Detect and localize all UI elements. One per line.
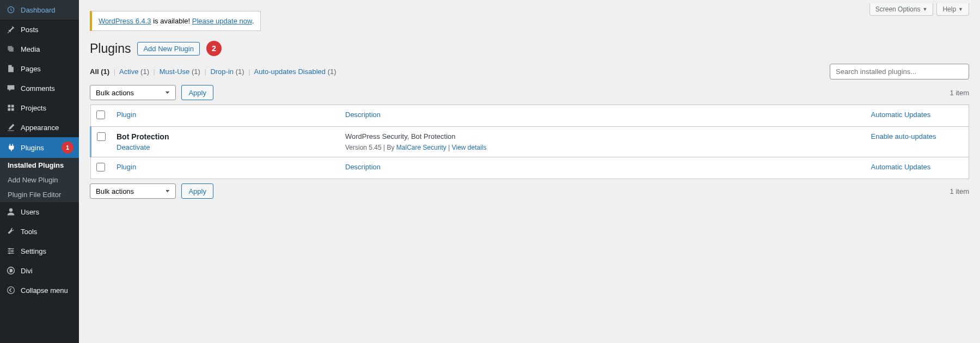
tablenav-top: Bulk actions Apply 1 item	[90, 85, 969, 100]
help-label: Help	[942, 5, 956, 13]
plugin-desc-cell: WordPress Security, Bot Protection Versi…	[340, 127, 866, 157]
sidebar-label: Projects	[21, 104, 46, 112]
update-now-link[interactable]: Please update now	[192, 17, 252, 25]
sidebar-label: Comments	[21, 84, 55, 93]
submenu-file-editor[interactable]: Plugin File Editor	[0, 187, 79, 202]
wrench-icon	[5, 226, 16, 237]
plugin-name-cell: Bot Protection Deactivate	[111, 127, 340, 157]
main-content: Screen Options ▼ Help ▼ WordPress 6.4.3 …	[79, 0, 980, 343]
sidebar-label: Dashboard	[21, 6, 56, 14]
chevron-down-icon: ▼	[958, 7, 963, 12]
filter-auto-disabled[interactable]: Auto-updates Disabled (1)	[254, 68, 336, 76]
screen-options-label: Screen Options	[875, 5, 921, 13]
col-plugin-footer[interactable]: Plugin	[111, 157, 340, 179]
view-details-link[interactable]: View details	[452, 144, 487, 151]
plugins-submenu: Installed Plugins Add New Plugin Plugin …	[0, 158, 79, 202]
bulk-actions-top: Bulk actions Apply	[90, 85, 213, 100]
projects-icon	[5, 102, 16, 113]
help-button[interactable]: Help ▼	[936, 3, 969, 16]
bulk-actions-select[interactable]: Bulk actions	[90, 85, 176, 100]
user-icon	[5, 206, 16, 217]
dashboard-icon	[5, 4, 16, 15]
filter-active[interactable]: Active (1)	[119, 68, 149, 76]
search-input[interactable]	[830, 64, 969, 79]
sidebar-label: Appearance	[21, 124, 59, 132]
sidebar-item-projects[interactable]: Projects	[0, 98, 79, 118]
sidebar-label: Tools	[21, 228, 37, 236]
sidebar-item-users[interactable]: Users	[0, 202, 79, 222]
filter-dropin[interactable]: Drop-in (1)	[210, 68, 244, 76]
filter-all[interactable]: All (1)	[90, 68, 109, 76]
sidebar-item-dashboard[interactable]: Dashboard	[0, 0, 79, 20]
pin-icon	[5, 24, 16, 35]
col-desc-header[interactable]: Description	[340, 105, 866, 127]
sidebar-item-comments[interactable]: Comments	[0, 78, 79, 98]
header-badge: 2	[206, 41, 222, 56]
sidebar-item-collapse[interactable]: Collapse menu	[0, 280, 79, 300]
plugin-description: WordPress Security, Bot Protection	[345, 132, 860, 140]
submenu-installed-plugins[interactable]: Installed Plugins	[0, 158, 79, 173]
apply-button-bottom[interactable]: Apply	[181, 183, 213, 199]
apply-button[interactable]: Apply	[181, 85, 213, 100]
admin-sidebar: Dashboard Posts Media Pages Comments Pro…	[0, 0, 79, 343]
sidebar-item-settings[interactable]: Settings	[0, 241, 79, 261]
sliders-icon	[5, 246, 16, 256]
svg-point-2	[11, 250, 13, 252]
sidebar-label: Users	[21, 208, 39, 216]
sidebar-item-appearance[interactable]: Appearance	[0, 118, 79, 137]
chevron-down-icon: ▼	[922, 7, 927, 12]
plugin-checkbox[interactable]	[97, 132, 106, 141]
sidebar-label: Settings	[21, 247, 46, 255]
sidebar-item-media[interactable]: Media	[0, 39, 79, 59]
sidebar-item-pages[interactable]: Pages	[0, 59, 79, 78]
submenu-add-new[interactable]: Add New Plugin	[0, 173, 79, 187]
sidebar-label: Plugins	[21, 144, 44, 152]
update-notice: WordPress 6.4.3 is available! Please upd…	[90, 11, 261, 31]
comment-icon	[5, 83, 16, 94]
brush-icon	[5, 122, 16, 133]
notice-text: is available!	[151, 17, 192, 25]
plugin-row: Bot Protection Deactivate WordPress Secu…	[91, 127, 969, 157]
author-link[interactable]: MalCare Security	[396, 144, 446, 151]
col-plugin-header[interactable]: Plugin	[111, 105, 340, 127]
update-badge: 1	[62, 142, 74, 154]
sidebar-item-plugins[interactable]: Plugins1	[0, 137, 79, 158]
wordpress-version-link[interactable]: WordPress 6.4.3	[99, 17, 151, 25]
add-new-plugin-button[interactable]: Add New Plugin	[137, 42, 200, 56]
col-check-all	[91, 105, 112, 127]
plug-icon	[5, 142, 16, 153]
deactivate-link[interactable]: Deactivate	[117, 143, 150, 151]
plugin-meta: Version 5.45 | By MalCare Security | Vie…	[345, 144, 860, 151]
sidebar-label: Collapse menu	[21, 286, 68, 295]
svg-point-3	[9, 252, 10, 254]
sidebar-label: Posts	[21, 26, 39, 34]
col-auto-footer[interactable]: Automatic Updates	[866, 157, 969, 179]
svg-point-1	[9, 248, 10, 249]
select-all-checkbox[interactable]	[96, 111, 105, 119]
filter-mustuse[interactable]: Must-Use (1)	[160, 68, 200, 76]
tablenav-bottom: Bulk actions Apply 1 item	[90, 183, 969, 199]
page-header: Plugins Add New Plugin 2	[90, 41, 969, 56]
col-desc-footer[interactable]: Description	[340, 157, 866, 179]
media-icon	[5, 44, 16, 54]
col-auto-header[interactable]: Automatic Updates	[866, 105, 969, 127]
bulk-actions-bottom: Bulk actions Apply	[90, 183, 213, 199]
page-icon	[5, 63, 16, 74]
sidebar-item-tools[interactable]: Tools	[0, 222, 79, 241]
svg-point-0	[9, 209, 13, 212]
plugins-table: Plugin Description Automatic Updates Bot…	[90, 105, 969, 179]
filters-row: All (1) | Active (1) | Must-Use (1) | Dr…	[90, 64, 969, 79]
sidebar-item-posts[interactable]: Posts	[0, 20, 79, 39]
item-count: 1 item	[950, 89, 969, 97]
contextual-tabs: Screen Options ▼ Help ▼	[869, 3, 969, 16]
item-count-bottom: 1 item	[950, 187, 969, 195]
sidebar-label: Media	[21, 45, 40, 53]
plugin-auto-cell: Enable auto-updates	[866, 127, 969, 157]
col-check-all-footer	[91, 157, 112, 179]
sidebar-item-divi[interactable]: Divi	[0, 261, 79, 280]
screen-options-button[interactable]: Screen Options ▼	[869, 3, 934, 16]
enable-auto-updates-link[interactable]: Enable auto-updates	[871, 132, 936, 140]
notice-end: .	[252, 17, 254, 25]
bulk-actions-select-bottom[interactable]: Bulk actions	[90, 183, 176, 199]
select-all-checkbox-footer[interactable]	[96, 163, 105, 171]
